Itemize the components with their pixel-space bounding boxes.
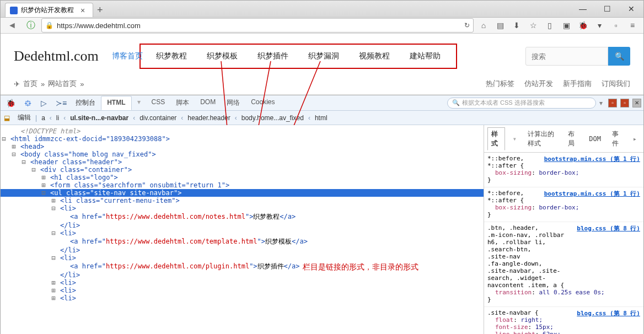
- library-icon[interactable]: ▯: [542, 18, 557, 33]
- close-window-button[interactable]: ✕: [619, 1, 643, 17]
- search-icon: 🔍: [452, 99, 460, 106]
- close-tab-icon[interactable]: ×: [80, 6, 85, 15]
- url-field[interactable]: 🔒 https://www.dedehtml.com ↻: [41, 18, 474, 33]
- dom-node[interactable]: ⊞<li class="current-menu-item">: [1, 197, 484, 204]
- panel-btn-1[interactable]: ▫: [608, 99, 617, 107]
- back-button[interactable]: ◄: [4, 18, 20, 33]
- edit-icon[interactable]: ⬓: [4, 114, 10, 122]
- tab-net[interactable]: 网络: [221, 96, 245, 110]
- nav-tutorials[interactable]: 织梦教程: [146, 47, 197, 66]
- step-icon[interactable]: ≻≡: [52, 97, 70, 109]
- sublink-guide[interactable]: 新手指南: [563, 79, 592, 89]
- sublink-hot[interactable]: 热门标签: [486, 79, 514, 89]
- css-rule[interactable]: bootstrap.min.css (第 1 行) *::before, *::…: [484, 187, 643, 222]
- nav-blog[interactable]: 博客首页: [102, 47, 153, 66]
- pick-icon[interactable]: ▷: [37, 97, 50, 109]
- tab-html[interactable]: HTML: [101, 96, 131, 110]
- sidebar-icon[interactable]: ▤: [492, 18, 508, 33]
- more-dropdown-icon[interactable]: ▾: [592, 18, 607, 33]
- dom-node[interactable]: ⊞<h1 class="logo">: [1, 174, 484, 181]
- panel-close-button[interactable]: ✕: [632, 99, 641, 107]
- crumb-li[interactable]: li: [52, 113, 63, 123]
- dom-node[interactable]: <a href="https://www.dedehtml.com/templa…: [1, 237, 484, 246]
- dom-node[interactable]: </li>: [1, 271, 484, 279]
- css-rule[interactable]: blog.css (第 8 行) .btn, .header, .m-icon-…: [484, 222, 643, 307]
- dom-node-selected[interactable]: ⊟<ul class="site-nav site-navbar">: [1, 189, 484, 197]
- dom-node[interactable]: ⊞<form class="searchform" onsubmit="retu…: [1, 181, 484, 189]
- dom-node[interactable]: ⊟<li>: [1, 229, 484, 237]
- dom-node[interactable]: ⊟<li>: [1, 254, 484, 262]
- rtab-events[interactable]: 事件: [609, 128, 625, 150]
- new-tab-button[interactable]: +: [93, 3, 106, 17]
- crumb-div[interactable]: div.container: [135, 113, 181, 123]
- crumb-home[interactable]: 首页: [23, 79, 37, 89]
- dom-node[interactable]: ⊟<body class="home blog nav_fixed">: [1, 150, 484, 158]
- dom-node[interactable]: ⊟<html idmmzcc-ext-docid="1893042393088"…: [1, 135, 484, 143]
- annotation-text: 栏目是链接的形式，非目录的形式: [303, 262, 418, 272]
- firebug-icon[interactable]: 🐞: [3, 97, 19, 109]
- screenshot-icon[interactable]: ▣: [559, 18, 574, 33]
- crumb-body[interactable]: body.home...av_fixed: [237, 113, 308, 123]
- bookmark-icon[interactable]: ☆: [525, 18, 541, 33]
- styles-panel: 样式▾ 计算出的样式 布局 DOM 事件 ▸ bootstrap.min.css…: [484, 125, 643, 334]
- add-on-icon[interactable]: 🐞: [575, 18, 591, 33]
- dom-node[interactable]: </li>: [1, 222, 484, 229]
- sublink-dev[interactable]: 仿站开发: [524, 79, 553, 89]
- plane-icon: ✈: [14, 80, 20, 88]
- dom-node[interactable]: ⊞<li>: [1, 287, 484, 294]
- browser-tab[interactable]: 织梦仿站开发教程 ×: [5, 3, 93, 17]
- dom-node[interactable]: </li>: [1, 246, 484, 254]
- crumb-a[interactable]: a: [37, 113, 50, 123]
- minimize-button[interactable]: —: [571, 1, 595, 17]
- search-button[interactable]: 🔍: [608, 47, 630, 66]
- site-search: 🔍: [525, 47, 630, 66]
- crumb-ul[interactable]: ul.site-n...e-navbar: [66, 113, 133, 123]
- dom-node[interactable]: ⊟<div class="container">: [1, 166, 484, 174]
- rtab-dom[interactable]: DOM: [586, 133, 604, 144]
- nav-help[interactable]: 建站帮助: [400, 47, 450, 66]
- extension-icon[interactable]: ▫: [608, 18, 624, 33]
- nav-video[interactable]: 视频教程: [349, 47, 400, 66]
- rtab-computed[interactable]: 计算出的样式: [524, 128, 560, 150]
- css-rule[interactable]: blog.css (第 8 行) .site-navbar { float: r…: [484, 307, 643, 334]
- nav-vulns[interactable]: 织梦漏洞: [298, 47, 349, 66]
- panel-btn-2[interactable]: ▫: [620, 99, 629, 107]
- html-panel[interactable]: 栏目是链接的形式，非目录的形式 <!DOCTYPE html> ⊟<html i…: [1, 125, 484, 334]
- nav-plugins[interactable]: 织梦插件: [248, 47, 298, 66]
- download-icon[interactable]: ⬇: [509, 18, 524, 33]
- secure-info-icon[interactable]: ⓘ: [23, 18, 39, 33]
- console-label[interactable]: 控制台: [72, 98, 99, 107]
- tab-dom[interactable]: DOM: [195, 96, 221, 110]
- sublink-subscribe[interactable]: 订阅我们: [602, 79, 630, 89]
- refresh-icon[interactable]: ↻: [464, 21, 470, 29]
- dom-node[interactable]: ⊟<li>: [1, 204, 484, 212]
- maximize-button[interactable]: ☐: [595, 1, 619, 17]
- menu-icon[interactable]: ≡: [625, 18, 640, 33]
- tab-css[interactable]: CSS: [146, 96, 171, 110]
- crumb-header[interactable]: header.header: [183, 113, 234, 123]
- css-rule[interactable]: bootstrap.min.css (第 1 行) *::before, *::…: [484, 153, 643, 187]
- tab-cookies[interactable]: Cookies: [245, 96, 280, 110]
- site-content: Dedehtml.com 博客首页 织梦教程 织梦模板 织梦插件 织梦漏洞 视频…: [1, 34, 643, 95]
- crumb-current[interactable]: 网站首页: [48, 79, 77, 89]
- rtab-layout[interactable]: 布局: [565, 128, 581, 150]
- dom-node[interactable]: <a href="https://www.dedehtml.com/notes.…: [1, 212, 484, 222]
- crumb-sep: »: [41, 80, 45, 88]
- dom-node[interactable]: ⊞<head>: [1, 143, 484, 150]
- nav-templates[interactable]: 织梦模板: [197, 47, 248, 66]
- inspect-icon[interactable]: ⯐: [21, 97, 35, 109]
- search-dropdown-icon[interactable]: ▾: [599, 99, 603, 107]
- site-logo[interactable]: Dedehtml.com: [14, 48, 99, 64]
- home-icon[interactable]: ⌂: [476, 18, 491, 33]
- breadcrumb: ✈ 首页 » 网站首页 »: [14, 79, 84, 89]
- devtools-search[interactable]: 🔍 根据文本或者 CSS 选择器搜索: [447, 98, 596, 109]
- dom-node[interactable]: ⊟<header class="header">: [1, 158, 484, 166]
- dom-node[interactable]: ⊞<li>: [1, 294, 484, 302]
- rtab-styles[interactable]: 样式: [487, 127, 505, 150]
- crumb-html[interactable]: html: [310, 113, 332, 123]
- address-bar: ◄ ⓘ 🔒 https://www.dedehtml.com ↻ ⌂ ▤ ⬇ ☆…: [1, 18, 643, 34]
- dom-node[interactable]: ⊞<li>: [1, 279, 484, 287]
- crumb-edit[interactable]: 编辑: [13, 112, 35, 123]
- search-input[interactable]: [525, 47, 608, 66]
- tab-script[interactable]: 脚本: [170, 96, 195, 110]
